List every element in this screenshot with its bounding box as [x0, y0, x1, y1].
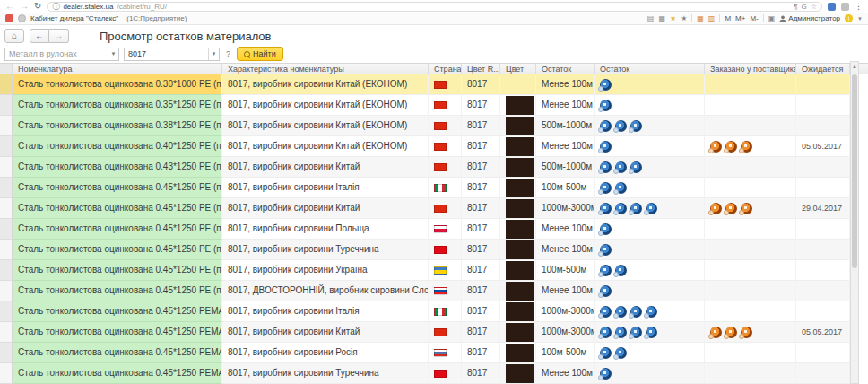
cell-ordered-coils[interactable] — [705, 136, 796, 157]
service-info-icon[interactable]: i — [845, 14, 853, 22]
cell-stock-coils[interactable] — [595, 281, 705, 301]
cell-expected-date[interactable] — [796, 240, 850, 260]
stock-coil-icon[interactable] — [630, 120, 642, 132]
cell-color-ral[interactable]: 8017 — [462, 260, 500, 281]
cell-country[interactable] — [429, 301, 462, 322]
cell-expected-date[interactable] — [796, 178, 850, 198]
ordered-coil-icon[interactable] — [741, 203, 752, 214]
cell-characteristic[interactable]: 8017, ДВОСТОРОННІЙ, виробник сировини Сл… — [222, 281, 429, 301]
stock-coil-icon[interactable] — [600, 100, 612, 111]
cell-ordered-coils[interactable] — [705, 363, 796, 384]
cell-color[interactable] — [500, 219, 536, 240]
th-country[interactable]: Страна — [429, 64, 462, 74]
ordered-coil-icon[interactable] — [725, 203, 737, 214]
cell-color-ral[interactable]: 8017 — [462, 136, 500, 157]
table-row[interactable]: Сталь тонколистова оцинкована 0.35*1250 … — [0, 95, 868, 116]
cell-nomenclature[interactable]: Сталь тонколистова оцинкована 0.45*1250 … — [13, 322, 222, 343]
table-row[interactable]: Сталь тонколистова оцинкована 0.45*1250 … — [0, 240, 868, 260]
cell-ordered-coils[interactable] — [705, 301, 796, 322]
cell-stock-coils[interactable] — [595, 136, 705, 157]
cell-stock[interactable]: 1000м-3000м — [536, 322, 595, 343]
cell-country[interactable] — [429, 136, 462, 157]
table-row[interactable]: Сталь тонколистова оцинкована 0.45*1250 … — [0, 219, 868, 240]
th-color-ral[interactable]: Цвет R... — [462, 64, 500, 74]
row-selector-cell[interactable] — [0, 95, 13, 116]
cell-color[interactable] — [500, 343, 536, 363]
table-row[interactable]: Сталь тонколистова оцинкована 0.45*1250 … — [0, 198, 868, 219]
stock-coil-icon[interactable] — [600, 244, 612, 256]
cell-stock[interactable]: Менее 100м — [536, 74, 595, 95]
cell-nomenclature[interactable]: Сталь тонколистова оцинкована 0.38*1250 … — [13, 116, 222, 136]
cell-stock[interactable]: Менее 100м — [536, 281, 595, 301]
help-icon[interactable]: ? — [226, 49, 230, 58]
row-selector-cell[interactable] — [0, 363, 13, 384]
table-row[interactable]: Сталь тонколистова оцинкована 0.40*1250 … — [0, 136, 868, 157]
cell-color-ral[interactable]: 8017 — [462, 116, 500, 136]
cell-country[interactable] — [429, 322, 462, 343]
cell-color-ral[interactable]: 8017 — [462, 198, 500, 219]
stock-coil-icon[interactable] — [600, 265, 612, 276]
cell-color[interactable] — [500, 322, 536, 343]
cell-stock[interactable]: 1000м-3000м — [536, 301, 595, 322]
print-icon[interactable]: ▦ — [658, 14, 665, 23]
cell-ordered-coils[interactable] — [705, 74, 796, 95]
th-characteristic[interactable]: Характеристика номенклатуры — [222, 64, 429, 74]
cell-color-ral[interactable]: 8017 — [462, 178, 500, 198]
cell-color-ral[interactable]: 8017 — [462, 281, 500, 301]
history-icon[interactable]: ★ — [681, 14, 687, 23]
cell-stock[interactable]: 100м-500м — [536, 178, 595, 198]
ordered-coil-icon[interactable] — [741, 327, 752, 338]
cell-expected-date[interactable] — [796, 116, 850, 136]
cell-stock[interactable]: Менее 100м — [536, 240, 595, 260]
cell-stock-coils[interactable] — [595, 219, 705, 240]
cell-expected-date[interactable] — [796, 219, 850, 240]
cell-characteristic[interactable]: 8017, виробник сировини Китай — [222, 322, 429, 343]
stock-coil-icon[interactable] — [600, 368, 612, 380]
stock-coil-icon[interactable] — [600, 306, 612, 318]
row-selector-cell[interactable] — [0, 301, 13, 322]
table-row[interactable]: Сталь тонколистова оцинкована 0.45*1250 … — [0, 322, 868, 343]
ordered-coil-icon[interactable] — [710, 141, 722, 153]
cell-ordered-coils[interactable] — [705, 260, 796, 281]
stock-coil-icon[interactable] — [646, 327, 657, 338]
stock-coil-icon[interactable] — [615, 182, 627, 194]
stock-coil-icon[interactable] — [615, 306, 627, 318]
table-row[interactable]: Сталь тонколистова оцинкована 0.45*1250 … — [0, 301, 868, 322]
cell-characteristic[interactable]: 8017, виробник сировини Польща — [222, 219, 429, 240]
stock-coil-icon[interactable] — [600, 120, 612, 132]
material-type-select[interactable]: Металл в рулонах ▼ — [4, 48, 119, 61]
browser-forward-icon[interactable]: → — [20, 1, 29, 12]
cell-stock-coils[interactable] — [595, 322, 705, 343]
cell-characteristic[interactable]: 8017, виробник сировини Китай (ЕКОНОМ) — [222, 116, 429, 136]
stock-coil-icon[interactable] — [630, 161, 642, 173]
th-stock-icons[interactable]: Остаток — [595, 64, 705, 74]
browser-menu-icon[interactable]: ⋮ — [855, 2, 863, 11]
cell-expected-date[interactable]: 29.04.2017 — [796, 198, 850, 219]
cell-country[interactable] — [429, 343, 462, 363]
user-menu[interactable]: Администратор — [779, 14, 840, 22]
cell-ordered-coils[interactable] — [705, 95, 796, 116]
cell-color[interactable] — [500, 136, 536, 157]
cell-color[interactable] — [500, 281, 536, 301]
cell-characteristic[interactable]: 8017, виробник сировини Туреччина — [222, 363, 429, 384]
cell-color-ral[interactable]: 8017 — [462, 219, 500, 240]
stock-coil-icon[interactable] — [600, 223, 612, 235]
nav-back-button[interactable]: ← — [30, 29, 49, 43]
table-row[interactable]: Сталь тонколистова оцинкована 0.45*1250 … — [0, 260, 868, 281]
row-selector-cell[interactable] — [0, 157, 13, 178]
th-ordered[interactable]: Заказано у поставщика — [705, 64, 796, 74]
cell-nomenclature[interactable]: Сталь тонколистова оцинкована 0.45*1250 … — [13, 301, 222, 322]
th-stock[interactable]: Остаток — [536, 64, 595, 74]
cell-stock-coils[interactable] — [595, 95, 705, 116]
stock-coil-icon[interactable] — [615, 347, 627, 359]
cell-expected-date[interactable] — [796, 301, 850, 322]
cell-color-ral[interactable]: 8017 — [462, 301, 500, 322]
cell-color[interactable] — [500, 178, 536, 198]
color-code-select[interactable]: 8017 ▼ — [124, 48, 220, 61]
ordered-coil-icon[interactable] — [741, 141, 752, 153]
cell-country[interactable] — [429, 240, 462, 260]
cell-ordered-coils[interactable] — [705, 240, 796, 260]
cell-ordered-coils[interactable] — [705, 116, 796, 136]
cell-nomenclature[interactable]: Сталь тонколистова оцинкована 0.45*1250 … — [13, 363, 222, 384]
stock-coil-icon[interactable] — [630, 327, 642, 338]
